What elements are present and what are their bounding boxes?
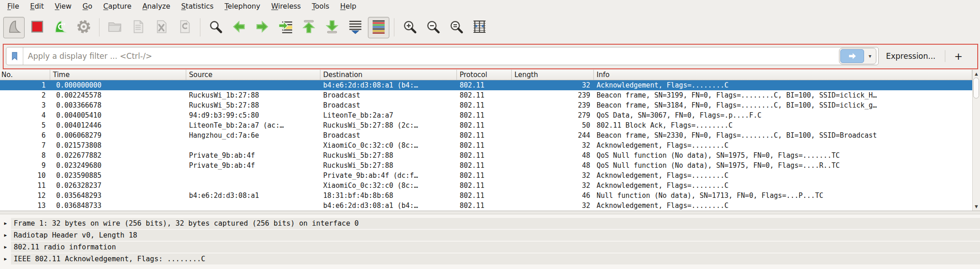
go-first-packet-button[interactable] bbox=[298, 17, 320, 38]
menu-statistics[interactable]: Statistics bbox=[176, 1, 219, 11]
add-filter-button[interactable]: + bbox=[945, 51, 972, 62]
zoom-out-button[interactable] bbox=[422, 17, 444, 38]
menu-file[interactable]: File bbox=[2, 1, 25, 11]
cell-no: 8 bbox=[0, 150, 50, 160]
zoom-out-icon bbox=[425, 19, 441, 36]
cell-destination: RuckusWi_5b:27:88 bbox=[320, 160, 457, 171]
packet-row-10[interactable]: 100.023590885Private_9b:ab:4f (dc:f…802.… bbox=[0, 171, 972, 181]
column-header-destination[interactable]: Destination bbox=[320, 70, 457, 80]
cell-source: RuckusWi_1b:27:88 bbox=[186, 90, 320, 100]
filter-bookmark-icon[interactable] bbox=[6, 47, 23, 65]
packet-row-5[interactable]: 50.004012446LiteonTe_bb:2a:a7 (ac:…Rucku… bbox=[0, 120, 972, 130]
start-capture-icon bbox=[6, 19, 22, 36]
cell-destination: 18:31:bf:4b:8b:68 bbox=[320, 191, 457, 201]
detail-row[interactable]: ▶Radiotap Header v0, Length 18 bbox=[0, 230, 980, 241]
column-header-protocol[interactable]: Protocol bbox=[457, 70, 512, 80]
cell-info: QoS Null function (No data), SN=1975, FN… bbox=[594, 150, 972, 160]
expression-button[interactable]: Expression... bbox=[879, 52, 945, 61]
packet-row-6[interactable]: 60.006068279Hangzhou_cd:7a:6eBroadcast80… bbox=[0, 130, 972, 140]
detail-row[interactable]: ▶Frame 1: 32 bytes on wire (256 bits), 3… bbox=[0, 218, 980, 229]
menu-view[interactable]: View bbox=[49, 1, 77, 11]
cell-info: Null function (No data), SN=1713, FN=0, … bbox=[594, 191, 972, 201]
cell-protocol: 802.11 bbox=[457, 181, 512, 191]
menu-capture[interactable]: Capture bbox=[98, 1, 137, 11]
packet-row-11[interactable]: 110.026328237XiaomiCo_0c:32:c0 (8c:…802.… bbox=[0, 181, 972, 191]
menu-telephony[interactable]: Telephony bbox=[219, 1, 266, 11]
cell-destination: b4:e6:2d:d3:08:a1 (b4:… bbox=[320, 201, 457, 211]
zoom-original-button[interactable] bbox=[445, 17, 467, 38]
packet-row-4[interactable]: 40.00400541094:d9:b3:99:c5:80LiteonTe_bb… bbox=[0, 110, 972, 120]
expand-arrow-icon[interactable]: ▶ bbox=[0, 218, 11, 229]
cell-protocol: 802.11 bbox=[457, 171, 512, 181]
cell-no: 3 bbox=[0, 100, 50, 110]
menu-tools[interactable]: Tools bbox=[306, 1, 335, 11]
detail-row[interactable]: ▶IEEE 802.11 Acknowledgement, Flags: ...… bbox=[0, 253, 980, 264]
cell-source: Private_9b:ab:4f bbox=[186, 150, 320, 160]
column-header-no[interactable]: No. bbox=[0, 70, 50, 80]
detail-row[interactable]: ▶802.11 radio information bbox=[0, 242, 980, 253]
cell-length: 48 bbox=[512, 160, 594, 171]
stop-capture-button[interactable] bbox=[26, 17, 48, 38]
filter-dropdown-caret-icon[interactable]: ▾ bbox=[864, 53, 876, 59]
cell-length: 50 bbox=[512, 120, 594, 130]
packet-row-12[interactable]: 120.035648293b4:e6:2d:d3:08:a118:31:bf:4… bbox=[0, 191, 972, 201]
cell-source: 94:d9:b3:99:c5:80 bbox=[186, 110, 320, 120]
start-capture-button[interactable] bbox=[3, 17, 25, 38]
display-filter-input[interactable]: Apply a display filter ... <Ctrl-/> ▾ bbox=[6, 47, 879, 65]
cell-destination: b4:e6:2d:d3:08:a1 (b4:… bbox=[320, 80, 457, 90]
cell-no: 13 bbox=[0, 201, 50, 211]
scrollbar-thumb[interactable] bbox=[973, 78, 979, 98]
packet-list-scrollbar[interactable]: ▲ ▼ bbox=[972, 70, 980, 211]
menu-analyze[interactable]: Analyze bbox=[137, 1, 176, 11]
packet-row-9[interactable]: 90.023249680Private_9b:ab:4fRuckusWi_5b:… bbox=[0, 160, 972, 171]
column-header-info[interactable]: Info bbox=[594, 70, 972, 80]
packet-row-1[interactable]: 10.000000000b4:e6:2d:d3:08:a1 (b4:…802.1… bbox=[0, 80, 972, 90]
packet-row-7[interactable]: 70.021573808XiaomiCo_0c:32:c0 (8c:…802.1… bbox=[0, 140, 972, 150]
packet-row-13[interactable]: 130.036848733b4:e6:2d:d3:08:a1 (b4:…802.… bbox=[0, 201, 972, 211]
packet-row-8[interactable]: 80.022677882Private_9b:ab:4fRuckusWi_5b:… bbox=[0, 150, 972, 160]
resize-columns-button[interactable] bbox=[469, 17, 490, 38]
menu-go[interactable]: Go bbox=[77, 1, 98, 11]
main-toolbar bbox=[0, 12, 980, 42]
go-last-packet-icon bbox=[324, 19, 340, 36]
capture-options-button[interactable] bbox=[73, 17, 94, 38]
zoom-in-button[interactable] bbox=[399, 17, 420, 38]
restart-capture-button[interactable] bbox=[50, 17, 71, 38]
expand-arrow-icon[interactable]: ▶ bbox=[0, 253, 11, 264]
cell-time: 0.035648293 bbox=[50, 191, 186, 201]
colorize-packets-button[interactable] bbox=[368, 17, 389, 38]
capture-options-icon bbox=[76, 19, 92, 36]
expand-arrow-icon[interactable]: ▶ bbox=[0, 230, 11, 241]
cell-destination: Broadcast bbox=[320, 90, 457, 100]
cell-protocol: 802.11 bbox=[457, 120, 512, 130]
go-forward-button[interactable] bbox=[252, 17, 273, 38]
packet-row-2[interactable]: 20.002245578RuckusWi_1b:27:88Broadcast80… bbox=[0, 90, 972, 100]
packet-list-header: No.TimeSourceDestinationProtocolLengthIn… bbox=[0, 70, 972, 80]
packet-row-3[interactable]: 30.003366678RuckusWi_5b:27:88Broadcast80… bbox=[0, 100, 972, 110]
cell-protocol: 802.11 bbox=[457, 110, 512, 120]
auto-scroll-button[interactable] bbox=[345, 17, 366, 38]
cell-no: 5 bbox=[0, 120, 50, 130]
cell-time: 0.004005410 bbox=[50, 110, 186, 120]
detail-row-label: Frame 1: 32 bytes on wire (256 bits), 32… bbox=[11, 218, 980, 229]
find-packet-button[interactable] bbox=[205, 17, 226, 38]
cell-destination: XiaomiCo_0c:32:c0 (8c:… bbox=[320, 140, 457, 150]
pane-splitter[interactable] bbox=[0, 211, 980, 214]
cell-source: Private_9b:ab:4f bbox=[186, 160, 320, 171]
menu-wireless[interactable]: Wireless bbox=[266, 1, 306, 11]
apply-filter-button[interactable] bbox=[840, 49, 864, 63]
cell-source bbox=[186, 140, 320, 150]
go-last-packet-button[interactable] bbox=[321, 17, 343, 38]
column-header-source[interactable]: Source bbox=[186, 70, 320, 80]
cell-length: 32 bbox=[512, 171, 594, 181]
column-header-time[interactable]: Time bbox=[50, 70, 186, 80]
packet-details-pane: ▶Frame 1: 32 bytes on wire (256 bits), 3… bbox=[0, 214, 980, 269]
scrollbar-up-arrow-icon[interactable]: ▲ bbox=[973, 70, 980, 78]
expand-arrow-icon[interactable]: ▶ bbox=[0, 242, 11, 253]
go-to-packet-button[interactable] bbox=[275, 17, 296, 38]
menu-help[interactable]: Help bbox=[335, 1, 362, 11]
column-header-length[interactable]: Length bbox=[512, 70, 594, 80]
go-back-button[interactable] bbox=[228, 17, 250, 38]
scrollbar-down-arrow-icon[interactable]: ▼ bbox=[973, 203, 980, 210]
menu-edit[interactable]: Edit bbox=[25, 1, 49, 11]
